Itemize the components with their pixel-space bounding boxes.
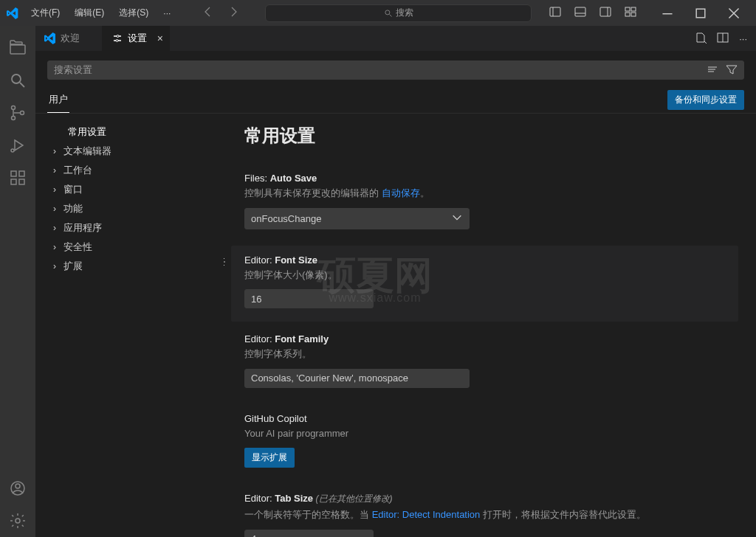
- svg-rect-22: [19, 179, 24, 184]
- chevron-down-icon: [451, 212, 463, 226]
- layout-sidebar-left-icon[interactable]: [549, 6, 561, 20]
- setting-copilot: GitHub Copilot Your AI pair programmer 显…: [231, 404, 738, 482]
- search-placeholder: 搜索: [396, 7, 413, 19]
- command-center-search[interactable]: 搜索: [265, 4, 532, 22]
- svg-line-1: [389, 14, 391, 16]
- menu-select[interactable]: 选择(S): [113, 4, 154, 22]
- toc-features[interactable]: ›功能: [47, 199, 218, 218]
- svg-point-19: [11, 149, 14, 152]
- svg-point-18: [21, 111, 24, 115]
- menu-file[interactable]: 文件(F): [25, 4, 66, 22]
- activity-search-icon[interactable]: [0, 64, 35, 97]
- layout-customize-icon[interactable]: [625, 6, 636, 20]
- svg-rect-21: [11, 179, 16, 184]
- settings-search-placeholder: 搜索设置: [54, 63, 92, 77]
- editor-tabs: 欢迎 设置 × ···: [35, 26, 756, 52]
- tabsize-input[interactable]: [244, 530, 374, 538]
- settings-editor: 常用设置 Files: Auto Save 控制具有未保存更改的编辑器的 自动保…: [224, 114, 756, 537]
- layout-sidebar-right-icon[interactable]: [599, 6, 611, 20]
- svg-point-0: [385, 10, 390, 14]
- svg-point-28: [116, 40, 118, 42]
- chevron-right-icon: ›: [53, 204, 61, 214]
- clear-search-icon[interactable]: [707, 63, 718, 77]
- tab-settings-label: 设置: [128, 32, 147, 45]
- chevron-right-icon: ›: [53, 165, 61, 176]
- setting-fontfamily: Editor: Font Family 控制字体系列。: [231, 325, 738, 401]
- activity-account-icon[interactable]: [0, 472, 35, 505]
- titlebar: 文件(F) 编辑(E) 选择(S) ··· 搜索: [0, 0, 756, 26]
- fontfamily-input[interactable]: [244, 369, 470, 388]
- menu-overflow[interactable]: ···: [157, 5, 176, 21]
- chevron-right-icon: ›: [53, 184, 61, 195]
- svg-rect-8: [625, 7, 630, 11]
- nav-back-icon[interactable]: [202, 6, 213, 20]
- svg-point-25: [16, 484, 20, 488]
- tab-settings[interactable]: 设置 ×: [103, 26, 170, 51]
- svg-rect-23: [19, 171, 24, 176]
- window-maximize[interactable]: [684, 0, 717, 26]
- setting-tabsize: Editor: Tab Size (已在其他位置修改) 一个制表符等于的空格数。…: [231, 484, 738, 537]
- backup-sync-button[interactable]: 备份和同步设置: [667, 90, 744, 110]
- filter-icon[interactable]: [726, 63, 738, 77]
- window-close[interactable]: [717, 0, 750, 26]
- fontsize-input[interactable]: [244, 289, 374, 308]
- activity-debug-icon[interactable]: [0, 129, 35, 162]
- svg-rect-6: [600, 7, 611, 16]
- vscode-logo-icon: [6, 7, 19, 20]
- svg-rect-2: [550, 7, 560, 16]
- link-detect-indentation[interactable]: Editor: Detect Indentation: [372, 509, 481, 520]
- nav-forward-icon[interactable]: [228, 6, 240, 20]
- toc-common[interactable]: 常用设置: [47, 122, 218, 142]
- gear-icon[interactable]: [224, 256, 227, 270]
- tab-welcome-label: 欢迎: [61, 32, 80, 45]
- toc-security[interactable]: ›安全性: [47, 238, 218, 257]
- tab-welcome[interactable]: 欢迎: [35, 26, 103, 51]
- toc-extensions[interactable]: ›扩展: [47, 257, 218, 276]
- svg-point-17: [12, 117, 16, 120]
- toc-application[interactable]: ›应用程序: [47, 218, 218, 238]
- svg-rect-9: [631, 7, 636, 11]
- svg-point-26: [16, 519, 20, 523]
- svg-point-27: [117, 35, 119, 38]
- chevron-right-icon: ›: [53, 261, 61, 271]
- close-icon[interactable]: ×: [157, 32, 163, 44]
- svg-point-16: [12, 106, 16, 110]
- svg-line-15: [20, 83, 24, 87]
- split-editor-icon[interactable]: [717, 32, 729, 46]
- chevron-right-icon: ›: [53, 223, 61, 233]
- activity-bar: [0, 26, 35, 537]
- open-settings-json-icon[interactable]: [695, 32, 707, 46]
- activity-settings-icon[interactable]: [0, 505, 35, 537]
- tab-more-icon[interactable]: ···: [739, 33, 747, 44]
- svg-rect-4: [575, 7, 585, 16]
- svg-rect-12: [662, 13, 672, 14]
- svg-rect-10: [625, 13, 630, 16]
- toc-workbench[interactable]: ›工作台: [47, 161, 218, 180]
- window-minimize[interactable]: [650, 0, 684, 26]
- settings-toc: 常用设置 ›文本编辑器 ›工作台 ›窗口 ›功能 ›应用程序 ›安全性 ›扩展: [35, 114, 224, 537]
- svg-rect-20: [11, 171, 16, 176]
- link-autosave[interactable]: 自动保存: [382, 187, 420, 198]
- svg-point-14: [12, 75, 21, 83]
- section-title: 常用设置: [244, 124, 738, 148]
- layout-panel-icon[interactable]: [574, 6, 586, 20]
- settings-search-input[interactable]: 搜索设置: [47, 60, 744, 80]
- chevron-right-icon: ›: [53, 146, 61, 156]
- menu-edit[interactable]: 编辑(E): [69, 4, 110, 22]
- toc-window[interactable]: ›窗口: [47, 180, 218, 199]
- show-extension-button[interactable]: 显示扩展: [244, 448, 295, 468]
- setting-autosave: Files: Auto Save 控制具有未保存更改的编辑器的 自动保存。 on…: [231, 164, 738, 243]
- activity-explorer-icon[interactable]: [0, 32, 35, 64]
- toc-text-editor[interactable]: ›文本编辑器: [47, 142, 218, 161]
- activity-extensions-icon[interactable]: [0, 162, 35, 194]
- scope-user-tab[interactable]: 用户: [47, 87, 69, 113]
- activity-scm-icon[interactable]: [0, 97, 35, 129]
- chevron-right-icon: ›: [53, 242, 61, 252]
- autosave-select[interactable]: onFocusChange: [244, 208, 470, 229]
- svg-rect-11: [631, 13, 636, 16]
- setting-fontsize: Editor: Font Size 控制字体大小(像素)。: [231, 246, 738, 322]
- svg-rect-13: [696, 9, 705, 18]
